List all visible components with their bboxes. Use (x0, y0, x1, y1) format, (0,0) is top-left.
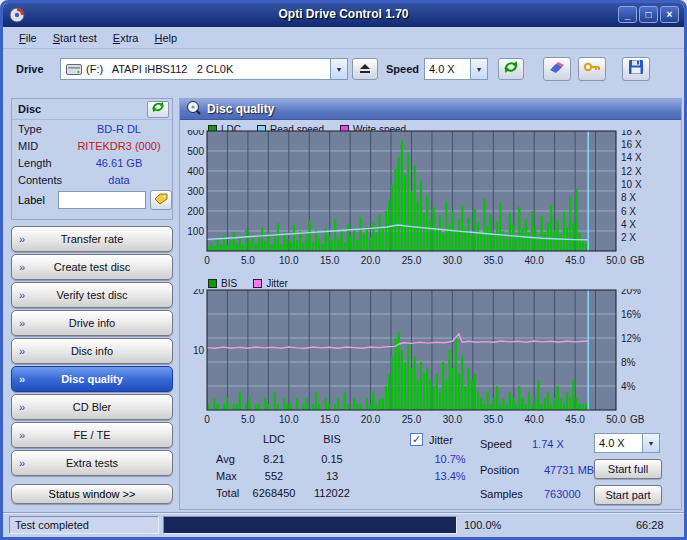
avg-bis-value: 0.15 (302, 453, 362, 465)
start-full-button[interactable]: Start full (594, 459, 662, 479)
disc-mid-row: MID RITEKDR3 (000) (12, 137, 172, 154)
elapsed-time: 66:28 (636, 519, 664, 531)
bullet-icon: » (19, 401, 25, 413)
close-button[interactable]: × (660, 6, 679, 23)
sidebar-item-label: Disc info (71, 345, 113, 357)
avg-jitter-value: 10.7% (420, 453, 480, 465)
jitter-checkbox[interactable]: ✓ (410, 433, 423, 446)
dropdown-arrow-icon[interactable]: ▼ (330, 59, 347, 79)
maximize-button[interactable]: □ (639, 6, 658, 23)
sidebar-item-create-test-disc[interactable]: »Create test disc (11, 254, 173, 280)
start-part-button[interactable]: Start part (594, 485, 662, 505)
refresh-drive-button[interactable] (498, 58, 524, 80)
disc-label-row: Label (12, 188, 172, 212)
menu-file[interactable]: File (11, 29, 45, 47)
svg-text:35.0: 35.0 (484, 255, 504, 266)
write-label-button[interactable] (150, 190, 172, 210)
max-bis-value: 13 (302, 470, 362, 482)
svg-text:GB: GB (630, 414, 645, 425)
sidebar-item-label: FE / TE (73, 429, 110, 441)
disc-section-title: Disc (18, 103, 147, 115)
ldc-column-header: LDC (236, 433, 312, 445)
svg-text:5.0: 5.0 (241, 255, 255, 266)
sidebar-item-disc-info[interactable]: »Disc info (11, 338, 173, 364)
sidebar-buttons: »Transfer rate »Create test disc »Verify… (11, 226, 173, 476)
jitter-legend-label: Jitter (266, 278, 288, 289)
svg-text:400: 400 (187, 166, 204, 177)
speed-stat-value: 1.74 X (532, 438, 564, 450)
scan-speed-select-value: 4.0 X (595, 437, 642, 449)
window-title: Opti Drive Control 1.70 (3, 7, 684, 21)
dropdown-arrow-icon[interactable]: ▼ (470, 59, 487, 79)
svg-text:15.0: 15.0 (320, 414, 340, 425)
menu-extra[interactable]: Extra (105, 29, 147, 47)
status-window-button[interactable]: Status window >> (11, 484, 173, 504)
speed-stat-label: Speed (480, 438, 512, 450)
label-label: Label (12, 194, 58, 206)
menu-help[interactable]: Help (146, 29, 185, 47)
speed-label: Speed (386, 63, 419, 75)
svg-text:25.0: 25.0 (402, 255, 422, 266)
sidebar-item-drive-info[interactable]: »Drive info (11, 310, 173, 336)
contents-label: Contents (12, 174, 66, 186)
disc-type-row: Type BD-R DL (12, 120, 172, 137)
svg-text:GB: GB (630, 255, 645, 266)
svg-text:100: 100 (187, 226, 204, 237)
type-label: Type (12, 123, 66, 135)
dropdown-arrow-icon[interactable]: ▼ (642, 434, 659, 452)
sidebar-item-transfer-rate[interactable]: »Transfer rate (11, 226, 173, 252)
sidebar-item-extra-tests[interactable]: »Extra tests (11, 450, 173, 476)
bullet-icon: » (19, 429, 25, 441)
bullet-icon: » (19, 457, 25, 469)
position-stat-label: Position (480, 464, 519, 476)
bullet-icon: » (19, 233, 25, 245)
svg-text:25.0: 25.0 (402, 414, 422, 425)
svg-text:15.0: 15.0 (320, 255, 340, 266)
sidebar-item-fe-te[interactable]: »FE / TE (11, 422, 173, 448)
sidebar-item-label: CD Bler (73, 401, 112, 413)
svg-text:8 X: 8 X (621, 192, 636, 203)
svg-text:20.0: 20.0 (361, 255, 381, 266)
speed-select[interactable]: 4.0 X ▼ (424, 58, 488, 80)
license-button[interactable] (578, 57, 606, 81)
total-bis-value: 112022 (302, 487, 362, 499)
save-button[interactable] (622, 57, 650, 81)
rescan-disc-button[interactable] (147, 101, 169, 118)
scan-speed-select[interactable]: 4.0 X ▼ (594, 433, 660, 453)
sidebar-item-label: Extra tests (66, 457, 118, 469)
disc-length-row: Length 46.61 GB (12, 154, 172, 171)
sidebar-item-verify-test-disc[interactable]: »Verify test disc (11, 282, 173, 308)
svg-text:16 X: 16 X (621, 139, 642, 150)
label-input[interactable] (58, 191, 146, 209)
svg-text:45.0: 45.0 (565, 414, 585, 425)
length-value: 46.61 GB (66, 157, 172, 169)
svg-text:600: 600 (187, 130, 204, 137)
max-ldc-value: 552 (236, 470, 312, 482)
bis-legend-swatch (208, 279, 217, 288)
svg-text:12 X: 12 X (621, 166, 642, 177)
drive-icon (61, 64, 82, 75)
speed-select-value: 4.0 X (425, 63, 470, 75)
svg-text:300: 300 (187, 186, 204, 197)
titlebar: Opti Drive Control 1.70 _ □ × (3, 3, 684, 27)
erase-disc-button[interactable] (543, 57, 571, 81)
svg-text:30.0: 30.0 (443, 414, 463, 425)
statusbar: Test completed 100.0% 66:28 (3, 512, 684, 537)
minimize-button[interactable]: _ (618, 6, 637, 23)
sidebar-item-disc-quality[interactable]: »Disc quality (11, 366, 173, 392)
label-icon (154, 193, 168, 207)
bis-column-header: BIS (302, 433, 362, 445)
drive-select[interactable]: (F:) ATAPI iHBS112 2 CL0K ▼ (60, 58, 348, 80)
eject-button[interactable] (352, 58, 378, 80)
stats-panel: LDC BIS ✓ Jitter Avg 8.21 0.15 10.7% Max… (180, 429, 681, 509)
svg-text:40.0: 40.0 (524, 414, 544, 425)
main-panel: Disc quality LDC Read speed Write speed … (179, 98, 682, 510)
sidebar-item-cd-bler[interactable]: »CD Bler (11, 394, 173, 420)
progress-fill (164, 517, 456, 533)
panel-header: Disc quality (180, 99, 681, 120)
svg-text:50.0: 50.0 (606, 255, 626, 266)
position-stat-value: 47731 MB (544, 464, 594, 476)
svg-text:200: 200 (187, 206, 204, 217)
menu-start-test[interactable]: Start test (45, 29, 105, 47)
bullet-icon: » (19, 261, 25, 273)
